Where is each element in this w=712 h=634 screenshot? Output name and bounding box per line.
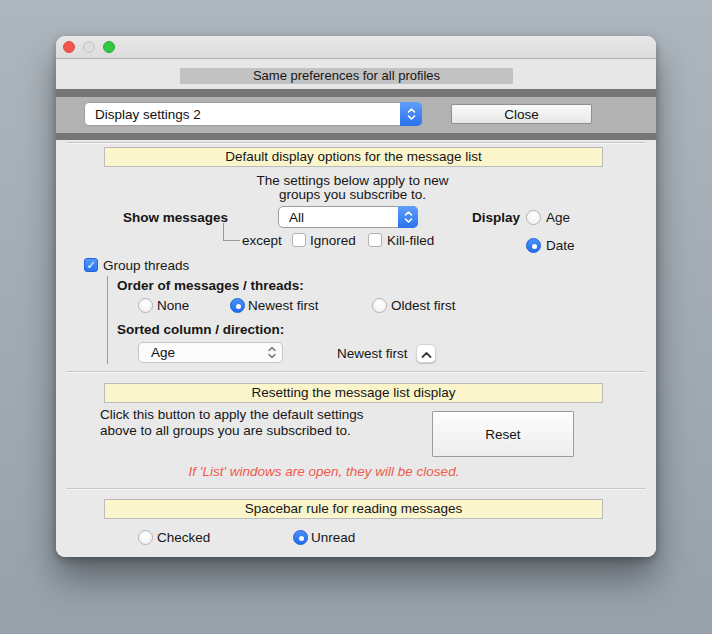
order-none-radio[interactable] [138,298,153,313]
reset-warning-text: If 'List' windows are open, they will be… [104,464,544,479]
display-date-radio[interactable] [526,238,541,253]
reset-button[interactable]: Reset [432,411,574,457]
section-divider [66,488,646,489]
preferences-page-select[interactable]: Display settings 2 [84,102,422,126]
display-age-radio[interactable] [526,210,541,225]
group-threads-checkbox[interactable] [84,258,98,272]
profiles-banner: Same preferences for all profiles [180,68,513,84]
group-threads-label[interactable]: Group threads [103,257,189,274]
order-newest-radio[interactable] [230,298,245,313]
sorted-column-select[interactable]: Age [138,342,283,363]
minimize-window-icon[interactable] [83,41,95,53]
display-age-label[interactable]: Age [546,209,570,226]
note-line-1: The settings below apply to new [104,174,601,188]
up-down-chevrons-icon [268,343,276,362]
order-oldest-label[interactable]: Oldest first [391,297,456,314]
show-messages-value: All [289,207,304,227]
spacebar-checked-label[interactable]: Checked [157,529,210,546]
reset-description-line-2: above to all groups you are subscribed t… [100,423,440,439]
sorted-column-label: Sorted column / direction: [117,321,284,338]
display-date-label[interactable]: Date [546,237,575,254]
ignored-checkbox[interactable] [292,233,306,247]
close-button[interactable]: Close [451,104,592,124]
preferences-page-value: Display settings 2 [95,103,201,125]
preferences-content: Default display options for the message … [56,140,656,557]
show-messages-select[interactable]: All [278,206,418,228]
sort-direction-label: Newest first [337,345,408,362]
show-messages-label: Show messages [123,209,228,226]
order-none-label[interactable]: None [157,297,189,314]
sort-direction-button[interactable] [416,344,436,363]
window-titlebar[interactable] [56,36,656,59]
section-divider [66,142,646,143]
order-label: Order of messages / threads: [117,277,304,294]
order-newest-label[interactable]: Newest first [248,297,319,314]
group-threads-connector-line [107,276,108,364]
divider-strip-bottom [56,133,656,140]
reset-description: Click this button to apply the default s… [100,407,440,439]
up-down-chevrons-icon [398,206,418,228]
desktop-background: Same preferences for all profiles Displa… [0,0,712,634]
killfiled-checkbox[interactable] [368,233,382,247]
reset-section-title: Resetting the message list display [104,383,603,403]
killfiled-label[interactable]: Kill-filed [387,232,434,249]
reset-description-line-1: Click this button to apply the default s… [100,407,440,423]
display-label: Display [472,209,520,226]
spacebar-unread-label[interactable]: Unread [311,529,355,546]
sorted-column-value: Age [151,343,175,362]
spacebar-checked-radio[interactable] [138,530,153,545]
toolbar: Display settings 2 Close [56,97,656,133]
except-connector-line [223,223,240,241]
spacebar-unread-radio[interactable] [293,530,308,545]
display-options-section-title: Default display options for the message … [104,147,603,167]
up-down-chevrons-icon [400,102,422,126]
zoom-window-icon[interactable] [103,41,115,53]
ignored-label[interactable]: Ignored [310,232,356,249]
display-options-note: The settings below apply to new groups y… [104,174,601,202]
chevron-up-icon [421,345,432,363]
divider-strip-top [56,89,656,97]
preferences-window: Same preferences for all profiles Displa… [56,36,656,557]
order-oldest-radio[interactable] [372,298,387,313]
close-window-icon[interactable] [63,41,75,53]
section-divider [66,371,646,372]
note-line-2: groups you subscribe to. [104,188,601,202]
spacebar-section-title: Spacebar rule for reading messages [104,499,603,519]
profiles-banner-band: Same preferences for all profiles [56,59,656,89]
except-label: except [242,232,282,249]
